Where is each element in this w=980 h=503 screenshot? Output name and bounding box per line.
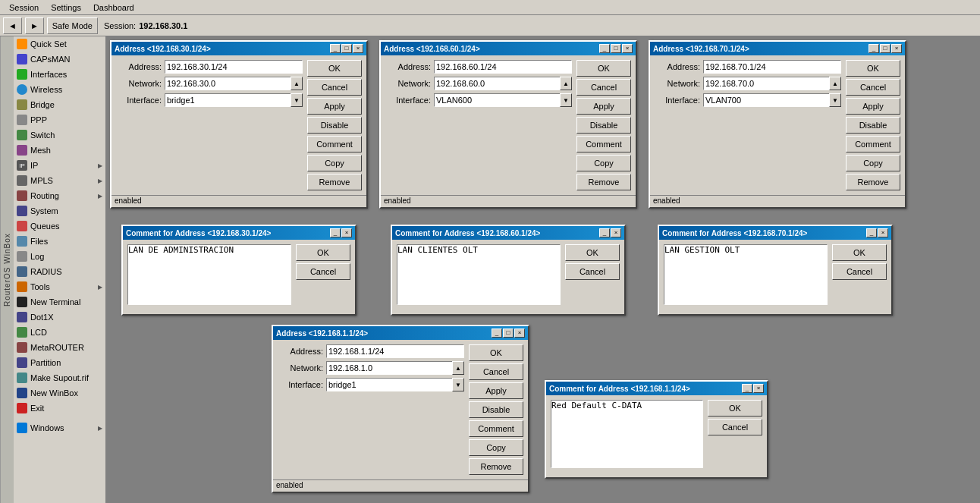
network-input[interactable] [703,77,829,90]
ok-button[interactable]: OK [565,244,620,261]
interface-select-arrow[interactable]: ▼ [829,93,841,107]
cancel-button[interactable]: Cancel [576,79,631,96]
ok-button[interactable]: OK [846,60,900,77]
comment-button[interactable]: Comment [469,420,523,437]
comment-window-1-titlebar[interactable]: Comment for Address <192.168.30.1/24> _ … [123,226,355,240]
network-up-arrow[interactable]: ▲ [452,361,464,375]
address-window-2-titlebar[interactable]: Address <192.168.60.1/24> _ □ × [381,42,636,55]
minimize-button[interactable]: _ [868,44,879,53]
cancel-button[interactable]: Cancel [708,419,762,435]
minimize-button[interactable]: _ [742,384,752,393]
sidebar-item-tools[interactable]: Tools ▶ [14,279,105,294]
close-button[interactable]: × [753,384,764,393]
cancel-button[interactable]: Cancel [296,263,350,280]
disable-button[interactable]: Disable [846,117,900,134]
copy-button[interactable]: Copy [307,155,362,171]
cancel-button[interactable]: Cancel [846,79,900,96]
comment-textarea[interactable]: LAN DE ADMINISTRACION [127,244,291,305]
interface-select-arrow[interactable]: ▼ [560,93,572,107]
close-button[interactable]: × [353,44,363,53]
network-up-arrow[interactable]: ▲ [291,77,303,90]
close-button[interactable]: × [611,228,621,237]
address-input[interactable] [326,344,464,358]
sidebar-item-radius[interactable]: RADIUS [14,264,105,279]
comment-window-2-titlebar[interactable]: Comment for Address <192.168.60.1/24> _ … [392,226,624,240]
sidebar-item-files[interactable]: Files [14,234,105,249]
address-window-1-titlebar[interactable]: Address <192.168.30.1/24> _ □ × [112,42,366,55]
close-button[interactable]: × [341,228,352,237]
sidebar-item-mpls[interactable]: MPLS ▶ [14,173,105,188]
minimize-button[interactable]: _ [866,228,877,237]
address-window-3-titlebar[interactable]: Address <192.168.70.1/24> _ □ × [650,42,905,55]
minimize-button[interactable]: _ [330,44,341,53]
disable-button[interactable]: Disable [469,401,523,418]
sidebar-item-log[interactable]: Log [14,249,105,264]
ok-button[interactable]: OK [469,344,523,361]
comment-textarea[interactable]: LAN GESTION OLT [664,244,828,305]
sidebar-item-routing[interactable]: Routing ▶ [14,188,105,203]
address-input[interactable] [703,60,841,74]
remove-button[interactable]: Remove [307,174,362,190]
interface-select[interactable]: bridge1 [165,93,291,107]
network-up-arrow[interactable]: ▲ [829,77,841,90]
sidebar-item-windows[interactable]: Windows ▶ [14,420,105,435]
network-input[interactable] [165,77,291,90]
ok-button[interactable]: OK [708,400,762,417]
comment-button[interactable]: Comment [576,136,631,152]
maximize-button[interactable]: □ [880,44,890,53]
address-input[interactable] [434,60,572,74]
network-input[interactable] [326,361,452,375]
ok-button[interactable]: OK [296,244,350,261]
cancel-button[interactable]: Cancel [469,363,523,380]
remove-button[interactable]: Remove [576,174,631,190]
comment-button[interactable]: Comment [307,136,362,152]
cancel-button[interactable]: Cancel [565,263,620,280]
cancel-button[interactable]: Cancel [832,263,887,280]
menu-dashboard[interactable]: Dashboard [87,2,140,13]
sidebar-item-partition[interactable]: Partition [14,355,105,370]
sidebar-item-mesh[interactable]: Mesh [14,143,105,158]
sidebar-item-makesupout[interactable]: Make Supout.rif [14,370,105,385]
sidebar-item-switch[interactable]: Switch [14,127,105,143]
apply-button[interactable]: Apply [576,98,631,115]
sidebar-item-newwinbox[interactable]: New WinBox [14,385,105,401]
ok-button[interactable]: OK [307,60,362,77]
comment-button[interactable]: Comment [846,136,900,152]
sidebar-item-ppp[interactable]: PPP [14,112,105,127]
ok-button[interactable]: OK [832,244,887,261]
disable-button[interactable]: Disable [307,117,362,134]
copy-button[interactable]: Copy [469,439,523,456]
remove-button[interactable]: Remove [469,458,523,475]
maximize-button[interactable]: □ [503,329,514,338]
sidebar-item-bridge[interactable]: Bridge [14,97,105,112]
minimize-button[interactable]: _ [492,329,502,338]
menu-settings[interactable]: Settings [45,2,87,13]
apply-button[interactable]: Apply [846,98,900,115]
minimize-button[interactable]: _ [330,228,341,237]
comment-window-3-titlebar[interactable]: Comment for Address <192.168.70.1/24> _ … [659,226,891,240]
interface-select-arrow[interactable]: ▼ [291,93,303,107]
close-button[interactable]: × [891,44,902,53]
interface-select-arrow[interactable]: ▼ [452,378,464,391]
maximize-button[interactable]: □ [611,44,621,53]
interface-select[interactable]: VLAN700 [703,93,830,107]
cancel-button[interactable]: Cancel [307,79,362,96]
sidebar-item-metarouter[interactable]: MetaROUTER [14,340,105,355]
disable-button[interactable]: Disable [576,117,631,134]
sidebar-item-dot1x[interactable]: Dot1X [14,310,105,325]
comment-textarea[interactable]: Red Default C-DATA [551,400,703,468]
close-button[interactable]: × [878,228,888,237]
close-button[interactable]: × [514,329,525,338]
interface-select[interactable]: bridge1 [326,378,453,391]
sidebar-item-lcd[interactable]: LCD [14,325,105,340]
minimize-button[interactable]: _ [599,228,610,237]
interface-select[interactable]: VLAN600 [434,93,561,107]
sidebar-item-system[interactable]: System [14,203,105,218]
maximize-button[interactable]: □ [341,44,352,53]
comment-window-4-titlebar[interactable]: Comment for Address <192.168.1.1/24> _ × [546,382,767,395]
sidebar-item-queues[interactable]: Queues [14,218,105,234]
network-up-arrow[interactable]: ▲ [560,77,572,90]
close-button[interactable]: × [622,44,633,53]
address-window-4-titlebar[interactable]: Address <192.168.1.1/24> _ □ × [273,326,528,340]
safemode-button[interactable]: Safe Mode [47,17,98,34]
